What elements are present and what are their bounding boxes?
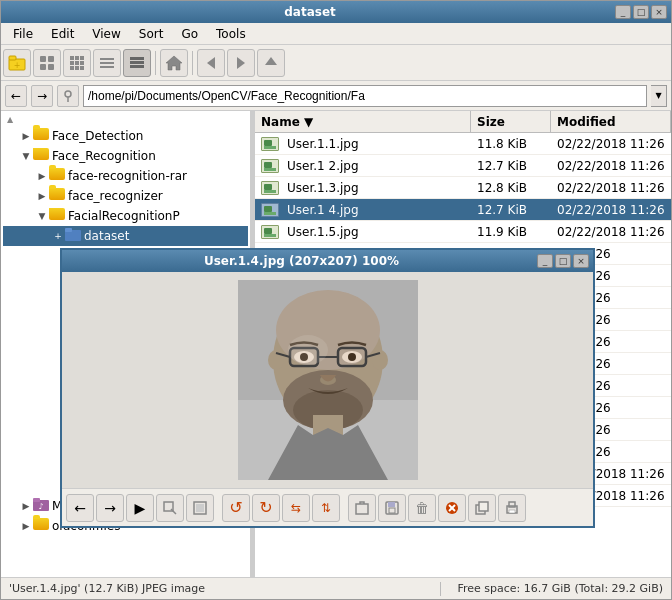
label-facial-recognition: FacialRecognitionP bbox=[68, 209, 180, 223]
btn-view-columns[interactable] bbox=[93, 49, 121, 77]
file-cell-modified-2: 02/22/2018 11:26 bbox=[551, 155, 671, 176]
toolbar-sep-2 bbox=[192, 51, 193, 75]
label-face-recognizer: face_recognizer bbox=[68, 189, 163, 203]
file-thumb-4 bbox=[261, 203, 279, 217]
address-forward-btn[interactable]: → bbox=[31, 85, 53, 107]
svg-rect-9 bbox=[70, 66, 74, 70]
btn-view-compact[interactable] bbox=[63, 49, 91, 77]
btn-forward[interactable] bbox=[227, 49, 255, 77]
svg-rect-8 bbox=[70, 61, 74, 65]
svg-rect-20 bbox=[130, 61, 144, 64]
menu-tools[interactable]: Tools bbox=[208, 25, 254, 43]
svg-rect-21 bbox=[130, 65, 144, 68]
svg-rect-1 bbox=[9, 56, 16, 60]
prev-btn-rotate-r[interactable]: ↻ bbox=[252, 494, 280, 522]
maximize-button[interactable]: □ bbox=[633, 5, 649, 19]
toggle-face-rec-rar[interactable]: ▶ bbox=[35, 169, 49, 183]
preview-close[interactable]: × bbox=[573, 254, 589, 268]
preview-window: User.1.4.jpg (207x207) 100% _ □ × bbox=[60, 248, 595, 528]
prev-btn-open[interactable] bbox=[348, 494, 376, 522]
file-thumb-2 bbox=[261, 159, 279, 173]
svg-rect-19 bbox=[130, 57, 144, 60]
btn-view-list[interactable] bbox=[33, 49, 61, 77]
col-header-size[interactable]: Size bbox=[471, 111, 551, 132]
btn-view-details[interactable] bbox=[123, 49, 151, 77]
menu-edit[interactable]: Edit bbox=[43, 25, 82, 43]
prev-btn-back[interactable]: ← bbox=[66, 494, 94, 522]
prev-btn-forward[interactable]: → bbox=[96, 494, 124, 522]
toggle-face-recognition[interactable]: ▼ bbox=[19, 149, 33, 163]
file-row-2[interactable]: User.1 2.jpg 12.7 KiB 02/22/2018 11:26 bbox=[255, 155, 671, 177]
prev-btn-fullscreen[interactable] bbox=[186, 494, 214, 522]
file-row-1[interactable]: User.1.1.jpg 11.8 KiB 02/22/2018 11:26 bbox=[255, 133, 671, 155]
sidebar-scroll-up[interactable]: ▲ bbox=[3, 115, 17, 124]
prev-btn-print[interactable] bbox=[498, 494, 526, 522]
prev-btn-copy[interactable] bbox=[468, 494, 496, 522]
sidebar-item-face-recognition-rar[interactable]: ▶ face-recognition-rar bbox=[3, 166, 248, 186]
prev-btn-rotate-l[interactable]: ↺ bbox=[222, 494, 250, 522]
svg-marker-22 bbox=[166, 56, 182, 70]
address-back-btn[interactable]: ← bbox=[5, 85, 27, 107]
prev-btn-zoom[interactable] bbox=[156, 494, 184, 522]
preview-title-bar: User.1.4.jpg (207x207) 100% _ □ × bbox=[62, 250, 593, 272]
file-cell-size-3: 12.8 KiB bbox=[471, 177, 551, 198]
toggle-music[interactable]: ▶ bbox=[19, 499, 33, 513]
main-window: dataset _ □ × File Edit View Sort Go Too… bbox=[0, 0, 672, 600]
close-button[interactable]: × bbox=[651, 5, 667, 19]
file-cell-size-4: 12.7 KiB bbox=[471, 199, 551, 220]
sidebar-item-face-detection[interactable]: ▶ Face_Detection bbox=[3, 126, 248, 146]
file-row-4[interactable]: User.1 4.jpg 12.7 KiB 02/22/2018 11:26 bbox=[255, 199, 671, 221]
btn-back[interactable] bbox=[197, 49, 225, 77]
toggle-dataset[interactable]: + bbox=[51, 229, 65, 243]
preview-title: User.1.4.jpg (207x207) 100% bbox=[66, 254, 537, 268]
menu-go[interactable]: Go bbox=[173, 25, 206, 43]
file-row-3[interactable]: User.1.3.jpg 12.8 KiB 02/22/2018 11:26 bbox=[255, 177, 671, 199]
address-dropdown[interactable]: ▼ bbox=[651, 85, 667, 107]
svg-rect-17 bbox=[100, 62, 114, 64]
svg-point-49 bbox=[348, 353, 356, 361]
sidebar-item-facial-recognition[interactable]: ▼ FacialRecognitionP bbox=[3, 206, 248, 226]
svg-point-26 bbox=[65, 91, 71, 97]
svg-point-52 bbox=[288, 335, 328, 365]
toggle-facial-recognition[interactable]: ▼ bbox=[35, 209, 49, 223]
prev-btn-trash[interactable]: 🗑 bbox=[408, 494, 436, 522]
preview-maximize[interactable]: □ bbox=[555, 254, 571, 268]
col-header-name[interactable]: Name ▼ bbox=[255, 111, 471, 132]
minimize-button[interactable]: _ bbox=[615, 5, 631, 19]
btn-new-folder[interactable]: + bbox=[3, 49, 31, 77]
preview-minimize[interactable]: _ bbox=[537, 254, 553, 268]
file-thumb-1 bbox=[261, 137, 279, 151]
menu-file[interactable]: File bbox=[5, 25, 41, 43]
label-face-recognition: Face_Recognition bbox=[52, 149, 156, 163]
svg-rect-15 bbox=[80, 66, 84, 70]
status-free-space: Free space: 16.7 GiB (Total: 29.2 GiB) bbox=[457, 582, 663, 595]
prev-btn-flip-h[interactable]: ⇆ bbox=[282, 494, 310, 522]
label-face-rec-rar: face-recognition-rar bbox=[68, 169, 187, 183]
svg-rect-59 bbox=[388, 502, 395, 507]
btn-home[interactable] bbox=[160, 49, 188, 77]
sidebar-item-face-recognition[interactable]: ▼ Face_Recognition bbox=[3, 146, 248, 166]
prev-btn-cancel[interactable] bbox=[438, 494, 466, 522]
sidebar-item-dataset[interactable]: + dataset bbox=[3, 226, 248, 246]
prev-btn-play[interactable]: ▶ bbox=[126, 494, 154, 522]
file-cell-size-2: 12.7 KiB bbox=[471, 155, 551, 176]
file-list-header: Name ▼ Size Modified bbox=[255, 111, 671, 133]
toggle-oldconffiles[interactable]: ▶ bbox=[19, 519, 33, 533]
file-cell-modified-4: 02/22/2018 11:26 bbox=[551, 199, 671, 220]
prev-btn-save[interactable] bbox=[378, 494, 406, 522]
prev-btn-flip-v[interactable]: ⇅ bbox=[312, 494, 340, 522]
file-row-5[interactable]: User.1.5.jpg 11.9 KiB 02/22/2018 11:26 bbox=[255, 221, 671, 243]
menu-sort[interactable]: Sort bbox=[131, 25, 172, 43]
toggle-face-recognizer[interactable]: ▶ bbox=[35, 189, 49, 203]
toggle-face-detection[interactable]: ▶ bbox=[19, 129, 33, 143]
menu-view[interactable]: View bbox=[84, 25, 128, 43]
col-header-modified[interactable]: Modified bbox=[551, 111, 671, 132]
status-bar: 'User.1.4.jpg' (12.7 KiB) JPEG image Fre… bbox=[1, 577, 671, 599]
svg-marker-23 bbox=[207, 57, 215, 69]
address-input[interactable] bbox=[83, 85, 647, 107]
svg-rect-7 bbox=[70, 56, 74, 60]
sidebar-item-face-recognizer[interactable]: ▶ face_recognizer bbox=[3, 186, 248, 206]
btn-up[interactable] bbox=[257, 49, 285, 77]
title-controls: _ □ × bbox=[615, 5, 667, 19]
address-location-btn[interactable] bbox=[57, 85, 79, 107]
